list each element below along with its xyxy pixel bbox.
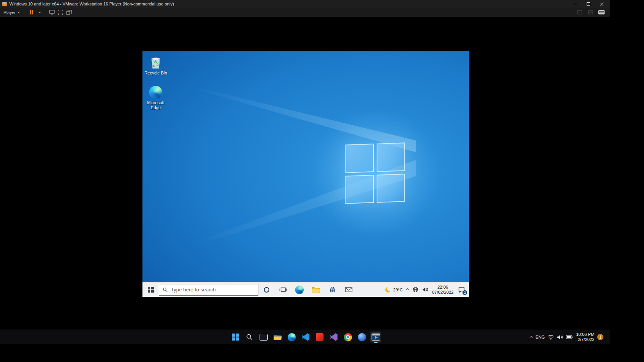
vm-screen: Recycle Bin Microsoft Edge [142, 51, 469, 297]
suspend-options-button[interactable] [36, 8, 44, 17]
recycle-bin-icon [143, 55, 168, 69]
chrome-icon [344, 333, 352, 341]
windows-logo [345, 142, 405, 204]
vm-start-button[interactable] [142, 282, 159, 297]
vm-search-input[interactable] [171, 287, 254, 293]
vm-system-tray: 29°C 22:06 07/02/2022 [385, 285, 469, 295]
host-vmware-player-button[interactable] [370, 332, 381, 342]
toolbar-separator [25, 9, 25, 16]
file-explorer-icon [312, 286, 320, 293]
host-task-view-button[interactable] [258, 332, 269, 342]
maximize-icon [587, 2, 590, 6]
window-title: Windows 10 and later x64 - VMware Workst… [9, 2, 174, 6]
suspend-pause-icon [30, 10, 33, 14]
device-button-1[interactable] [575, 8, 584, 17]
network-globe-icon[interactable] [413, 287, 418, 293]
file-explorer-icon [273, 334, 282, 341]
task-view-icon [260, 334, 268, 341]
vmware-toolbar: Player [0, 8, 610, 17]
vm-temperature: 29°C [393, 287, 403, 292]
vmware-player-icon [372, 334, 380, 341]
vm-edge-button[interactable] [291, 282, 308, 297]
monitor-icon [49, 10, 55, 15]
close-button[interactable] [595, 0, 608, 8]
host-vscode-button[interactable] [300, 332, 311, 342]
host-taskbar: ENG 10:06 PM 2/7/2022 1 [0, 330, 610, 344]
unity-button[interactable] [65, 8, 73, 17]
mail-icon [345, 287, 352, 293]
host-system-tray: ENG 10:06 PM 2/7/2022 1 [530, 330, 603, 344]
desktop-icon-microsoft-edge[interactable]: Microsoft Edge [143, 86, 168, 110]
host-blue-app-button[interactable] [356, 332, 367, 342]
windows-start-icon [232, 334, 239, 341]
host-visual-studio-button[interactable] [328, 332, 339, 342]
close-icon [600, 2, 604, 6]
red-app-icon [316, 333, 324, 341]
weather-moon-icon [385, 287, 391, 293]
host-notification-badge[interactable]: 1 [597, 334, 603, 340]
player-menu-label: Player [4, 10, 16, 15]
vmware-app-icon [2, 2, 7, 6]
maximize-button[interactable] [582, 0, 595, 8]
host-red-app-button[interactable] [314, 332, 325, 342]
vmware-titlebar: Windows 10 and later x64 - VMware Workst… [0, 0, 610, 8]
minimize-icon [573, 4, 577, 4]
desktop-icon-label: Microsoft Edge [144, 100, 167, 110]
visual-studio-icon [330, 333, 338, 341]
host-search-button[interactable] [244, 332, 255, 342]
suspend-button[interactable] [27, 8, 36, 17]
wifi-icon[interactable] [548, 335, 554, 340]
microsoft-store-icon [329, 286, 336, 293]
host-time: 10:06 PM [576, 332, 594, 337]
volume-icon[interactable] [422, 287, 429, 293]
vm-search-box[interactable] [159, 284, 258, 296]
volume-icon[interactable] [557, 334, 563, 340]
vm-taskbar: 29°C 22:06 07/02/2022 [142, 282, 469, 297]
battery-icon[interactable] [566, 335, 573, 339]
minimize-button[interactable] [568, 0, 582, 8]
hidden-icons-chevron[interactable] [530, 335, 534, 339]
vm-mail-button[interactable] [340, 282, 357, 297]
task-view-button[interactable] [275, 282, 291, 297]
toolbar-separator [46, 9, 46, 16]
keyboard-icon [598, 10, 605, 14]
search-icon [246, 334, 253, 341]
window-controls [568, 0, 608, 8]
device-icon [577, 10, 582, 14]
fullscreen-icon [58, 10, 63, 15]
vm-notification-badge: 2 [463, 290, 467, 295]
host-start-button[interactable] [230, 332, 241, 342]
vm-action-center-button[interactable]: 2 [457, 286, 466, 294]
edge-icon [295, 286, 304, 294]
blue-circle-app-icon [358, 333, 366, 341]
vm-file-explorer-button[interactable] [308, 282, 324, 297]
fullscreen-button[interactable] [56, 8, 65, 17]
cortana-button[interactable] [258, 282, 275, 297]
host-language-indicator[interactable]: ENG [535, 335, 545, 339]
cortana-icon [264, 287, 269, 293]
vm-weather-widget[interactable]: 29°C [385, 287, 403, 293]
multi-window-icon [66, 10, 72, 15]
device-icon [588, 10, 593, 14]
vm-desktop-wallpaper: Recycle Bin Microsoft Edge [142, 51, 469, 282]
toolbar-right-group [575, 8, 610, 17]
vm-clock[interactable]: 22:06 07/02/2022 [432, 285, 454, 295]
host-clock[interactable]: 10:06 PM 2/7/2022 [576, 332, 594, 342]
desktop-icon-recycle-bin[interactable]: Recycle Bin [143, 55, 168, 76]
desktop-icon-label: Recycle Bin [143, 71, 168, 76]
host-taskbar-apps [230, 330, 381, 344]
player-menu-button[interactable]: Player [0, 9, 23, 16]
console-view-button[interactable] [48, 8, 56, 17]
vscode-icon [302, 333, 310, 341]
host-chrome-button[interactable] [342, 332, 353, 342]
search-icon [163, 287, 168, 293]
host-file-explorer-button[interactable] [272, 332, 283, 342]
keyboard-button[interactable] [597, 8, 606, 17]
edge-icon [288, 333, 296, 341]
task-view-icon [279, 287, 287, 293]
host-edge-button[interactable] [286, 332, 297, 342]
hidden-icons-chevron[interactable] [406, 288, 409, 292]
device-button-2[interactable] [586, 8, 595, 17]
vm-date: 07/02/2022 [432, 290, 454, 295]
vm-store-button[interactable] [324, 282, 340, 297]
